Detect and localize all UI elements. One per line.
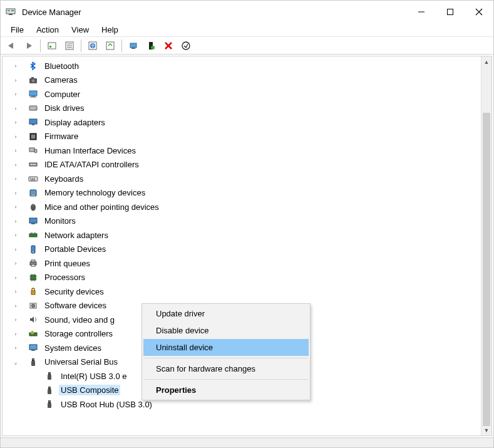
svg-rect-62	[31, 275, 36, 280]
scroll-up-arrow[interactable]: ▲	[481, 56, 491, 67]
scan-hardware-button[interactable]	[143, 38, 159, 53]
tree-category[interactable]: ›Firmware	[8, 130, 481, 144]
expand-icon[interactable]: ›	[11, 118, 20, 127]
tree-item-label: System devices	[43, 343, 103, 353]
context-menu-item[interactable]: Scan for hardware changes	[143, 360, 309, 377]
expand-icon[interactable]: ›	[11, 301, 20, 310]
context-menu-item[interactable]: Update driver	[143, 305, 309, 322]
tree-category[interactable]: ›Monitors	[8, 214, 481, 229]
expand-icon[interactable]: ›	[11, 217, 20, 226]
svg-rect-33	[29, 119, 37, 124]
tree-category[interactable]: ›Keyboards	[8, 172, 481, 186]
toolbar-separator	[121, 39, 122, 52]
expand-icon[interactable]: ›	[11, 90, 20, 98]
svg-rect-46	[34, 178, 35, 179]
disable-button[interactable]	[178, 38, 194, 53]
expand-icon[interactable]: ›	[11, 202, 20, 211]
tree-category[interactable]: ›Display adapters	[8, 115, 481, 130]
context-menu-item[interactable]: Disable device	[143, 322, 309, 339]
tree-category[interactable]: ›Security devices	[8, 284, 481, 299]
update-driver-button[interactable]	[125, 38, 142, 53]
expand-icon[interactable]: ›	[11, 174, 20, 183]
expand-icon[interactable]: ›	[11, 287, 20, 296]
back-button[interactable]	[3, 38, 19, 53]
tree-item-label: Intel(R) USB 3.0 e	[59, 371, 129, 382]
security-icon	[26, 286, 40, 297]
expand-icon[interactable]: ›	[11, 231, 20, 239]
expand-icon[interactable]: ›	[11, 245, 20, 254]
ide-icon	[26, 159, 40, 170]
context-menu-item[interactable]: Uninstall device	[143, 339, 309, 356]
uninstall-button[interactable]	[160, 38, 177, 53]
memorytech-icon	[26, 187, 40, 199]
expand-icon[interactable]: ›	[11, 132, 20, 141]
hid-icon	[26, 145, 40, 156]
tree-category[interactable]: ›Network adapters	[8, 228, 481, 242]
svg-rect-54	[29, 234, 37, 237]
mouse-icon	[26, 201, 40, 212]
scroll-thumb[interactable]	[483, 113, 490, 426]
system-icon	[26, 342, 40, 353]
close-button[interactable]	[465, 1, 493, 23]
menu-view[interactable]: View	[66, 24, 94, 36]
expand-icon[interactable]: ›	[11, 315, 20, 324]
svg-rect-87	[49, 387, 49, 388]
tree-category[interactable]: ›Computer	[8, 87, 481, 102]
tree-item-label: Firmware	[43, 131, 80, 142]
tree-category[interactable]: ›Bluetooth	[8, 59, 481, 73]
context-menu-separator	[144, 358, 308, 358]
svg-rect-1	[9, 14, 13, 15]
vertical-scrollbar[interactable]: ▲ ▼	[481, 56, 491, 435]
toolbar-separator	[81, 39, 81, 52]
properties-button[interactable]	[61, 38, 78, 53]
portable-icon	[26, 244, 40, 255]
expand-icon[interactable]: ›	[11, 104, 20, 113]
tree-category[interactable]: ›Cameras	[8, 73, 481, 88]
expand-icon[interactable]: ›	[11, 343, 20, 352]
forward-button[interactable]	[21, 38, 37, 53]
collapse-icon[interactable]: ⌄	[11, 358, 20, 367]
disk-icon	[26, 103, 40, 114]
svg-rect-80	[34, 359, 34, 360]
tree-category[interactable]: ›Memory technology devices	[8, 186, 481, 201]
context-menu-item[interactable]: Properties	[143, 382, 309, 399]
expand-icon[interactable]: ›	[11, 160, 20, 169]
expand-icon[interactable]: ›	[11, 61, 20, 70]
menu-help[interactable]: Help	[96, 24, 123, 36]
svg-rect-56	[34, 232, 36, 234]
tree-item-label: Print queues	[43, 258, 92, 269]
app-icon	[6, 7, 16, 17]
maximize-button[interactable]	[436, 1, 465, 23]
tree-category[interactable]: ›IDE ATA/ATAPI controllers	[8, 158, 481, 172]
svg-rect-82	[48, 375, 51, 380]
status-bar	[1, 437, 493, 448]
minimize-button[interactable]	[407, 1, 436, 23]
expand-icon[interactable]: ›	[11, 189, 20, 197]
svg-point-21	[151, 46, 155, 49]
expand-icon[interactable]: ›	[11, 146, 20, 155]
svg-rect-86	[48, 389, 51, 394]
window-title: Device Manager	[22, 8, 81, 17]
svg-rect-55	[31, 232, 33, 234]
tree-category[interactable]: ›Disk drives	[8, 102, 481, 116]
tree-category[interactable]: ›Human Interface Devices	[8, 143, 481, 158]
tree-category[interactable]: ›Processors	[8, 271, 481, 285]
scroll-down-arrow[interactable]: ▼	[481, 425, 491, 435]
expand-icon[interactable]: ›	[11, 330, 20, 338]
menu-file[interactable]: File	[6, 24, 29, 36]
expand-icon[interactable]: ›	[11, 273, 20, 282]
expand-icon[interactable]: ›	[11, 259, 20, 268]
tree-item-label: Computer	[43, 89, 82, 100]
show-hidden-button[interactable]	[44, 38, 60, 53]
svg-rect-27	[31, 77, 34, 78]
expand-icon[interactable]: ›	[11, 76, 20, 85]
keyboard-icon	[26, 173, 40, 184]
help-button[interactable]: ?	[85, 38, 101, 53]
tree-category[interactable]: ›Print queues	[8, 256, 481, 271]
svg-rect-5	[448, 9, 453, 15]
action-button[interactable]	[102, 38, 118, 53]
tree-category[interactable]: ›Mice and other pointing devices	[8, 200, 481, 214]
menu-action[interactable]: Action	[31, 24, 64, 36]
tree-category[interactable]: ›Portable Devices	[8, 242, 481, 257]
tree-item-label: Monitors	[43, 216, 78, 226]
